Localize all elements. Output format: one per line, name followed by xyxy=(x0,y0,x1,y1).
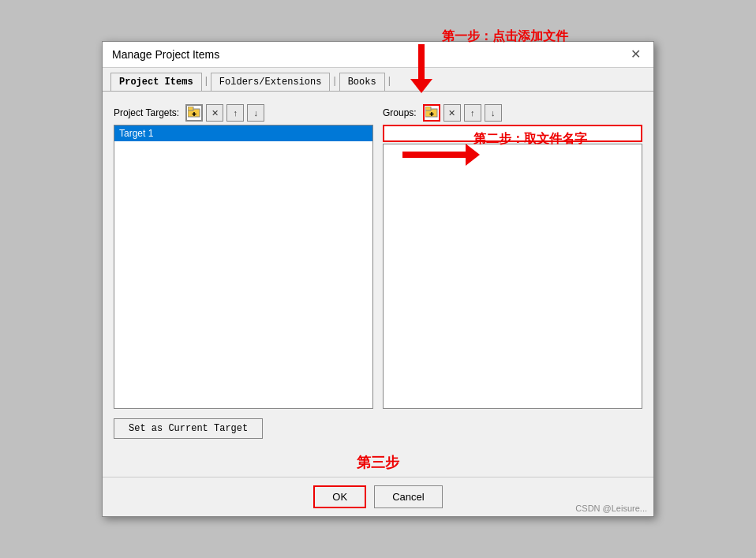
watermark: CSDN @Leisure... xyxy=(575,504,647,513)
project-targets-header: Project Targets: ✕ ↑ ↓ xyxy=(114,104,373,122)
set-current-target-button[interactable]: Set as Current Target xyxy=(114,418,263,439)
tab-books[interactable]: Books xyxy=(339,73,385,91)
svg-rect-5 xyxy=(425,107,431,110)
groups-name-input[interactable] xyxy=(383,125,642,142)
delete-group-button[interactable]: ✕ xyxy=(443,104,461,122)
groups-list[interactable] xyxy=(383,144,642,409)
tab-sep-3: | xyxy=(385,73,394,91)
project-targets-label: Project Targets: xyxy=(114,107,179,118)
move-down-group-button[interactable]: ↓ xyxy=(485,104,502,122)
folder-add-icon xyxy=(188,107,200,119)
dialog-title: Manage Project Items xyxy=(112,48,219,61)
move-up-group-button[interactable]: ↑ xyxy=(464,104,481,122)
move-up-target-button[interactable]: ↑ xyxy=(226,104,244,122)
bottom-area: Set as Current Target xyxy=(114,418,642,439)
step3-area: 第三步 xyxy=(103,450,653,474)
project-targets-list[interactable]: Target 1 xyxy=(114,125,373,409)
title-bar: Manage Project Items ✕ xyxy=(103,42,653,68)
delete-target-button[interactable]: ✕ xyxy=(206,104,223,122)
groups-header: Groups: ✕ ↑ ↓ xyxy=(383,104,642,122)
add-group-button[interactable] xyxy=(423,104,440,122)
project-targets-panel: Project Targets: ✕ ↑ ↓ xyxy=(114,104,373,409)
tab-folders-extensions[interactable]: Folders/Extensions xyxy=(211,73,331,91)
manage-project-dialog: Manage Project Items ✕ Project Items | F… xyxy=(102,41,654,517)
dialog-footer: OK Cancel xyxy=(103,477,653,516)
close-button[interactable]: ✕ xyxy=(627,48,644,61)
add-target-button[interactable] xyxy=(185,104,203,122)
panels-row: Project Targets: ✕ ↑ ↓ xyxy=(114,104,642,409)
list-item[interactable]: Target 1 xyxy=(114,125,372,141)
move-down-target-button[interactable]: ↓ xyxy=(247,104,264,122)
cancel-button[interactable]: Cancel xyxy=(374,485,442,508)
tab-sep-1: | xyxy=(202,73,211,91)
step3-text: 第三步 xyxy=(357,455,399,470)
groups-label: Groups: xyxy=(383,107,417,118)
ok-button[interactable]: OK xyxy=(313,485,366,508)
svg-rect-1 xyxy=(188,107,193,110)
tab-sep-2: | xyxy=(330,73,339,91)
groups-panel: Groups: ✕ ↑ ↓ xyxy=(383,104,642,409)
tabs-bar: Project Items | Folders/Extensions | Boo… xyxy=(103,68,653,92)
main-content: Project Targets: ✕ ↑ ↓ xyxy=(103,92,653,450)
folder-add-group-icon xyxy=(425,107,438,119)
tab-project-items[interactable]: Project Items xyxy=(110,73,202,91)
